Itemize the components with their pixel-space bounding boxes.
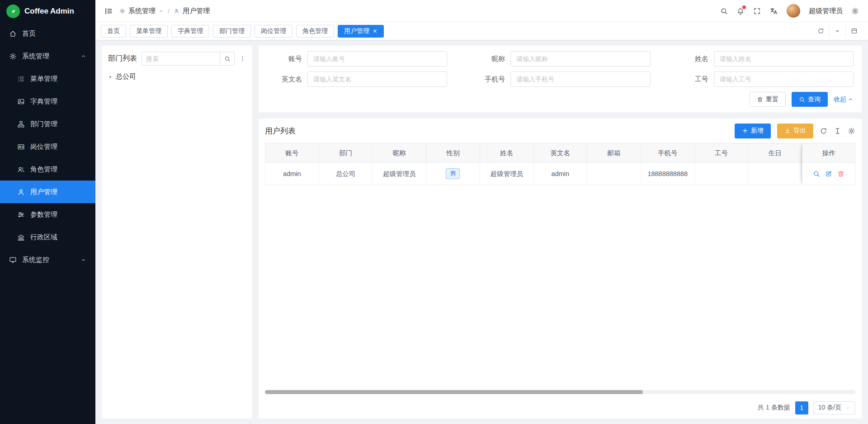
column-header[interactable]: 生日 xyxy=(748,143,802,163)
trash-icon xyxy=(757,96,763,103)
cell-name: 超级管理员 xyxy=(480,163,534,185)
column-header[interactable]: 性别 xyxy=(426,143,480,163)
search-button[interactable]: 查询 xyxy=(792,92,828,107)
column-header[interactable]: 部门 xyxy=(319,143,373,163)
sidebar-item-parameter-management[interactable]: 参数管理 xyxy=(0,203,95,226)
topbar-actions: 超级管理员 xyxy=(720,4,859,18)
page-size-select[interactable]: 10 条/页 xyxy=(813,401,855,414)
view-user-icon[interactable] xyxy=(813,170,820,177)
tab-options-chevron-icon[interactable] xyxy=(829,25,845,38)
delete-user-icon[interactable] xyxy=(837,170,844,177)
notification-bell-icon[interactable] xyxy=(736,7,745,15)
sidebar-item-label: 部门管理 xyxy=(30,120,57,129)
tree-node-head-office[interactable]: 总公司 xyxy=(108,71,246,82)
tab-post-management[interactable]: 岗位管理 xyxy=(255,25,292,38)
app-logo: Coffee Admin xyxy=(0,0,95,22)
tab-label: 用户管理 xyxy=(344,27,369,35)
column-header[interactable]: 英文名 xyxy=(534,143,588,163)
tab-role-management[interactable]: 角色管理 xyxy=(296,25,334,38)
row-height-icon[interactable] xyxy=(834,127,841,135)
column-settings-gear-icon[interactable] xyxy=(848,127,855,135)
export-button-label: 导出 xyxy=(793,127,806,135)
table-header-row: 操作 xyxy=(802,143,855,163)
filter-field-account: 账号 xyxy=(264,51,447,67)
sidebar-item-home[interactable]: 首页 xyxy=(0,22,95,45)
translate-icon[interactable] xyxy=(769,7,778,15)
collapse-sidebar-icon[interactable] xyxy=(104,7,113,15)
collapse-filter-link[interactable]: 收起 xyxy=(834,95,854,104)
export-button[interactable]: 导出 xyxy=(777,124,813,138)
collapse-link-label: 收起 xyxy=(834,95,846,104)
right-column: 账号 昵称 姓名 英文名 xyxy=(259,46,862,419)
nickname-input[interactable] xyxy=(510,51,650,67)
close-icon[interactable] xyxy=(373,29,377,33)
sidebar-item-label: 行政区域 xyxy=(30,233,57,242)
department-search-button[interactable] xyxy=(220,52,235,66)
sidebar-item-system-management[interactable]: 系统管理 xyxy=(0,45,95,67)
chevron-down-icon xyxy=(80,257,86,263)
refresh-table-icon[interactable] xyxy=(820,127,827,135)
column-header[interactable]: 工号 xyxy=(695,143,749,163)
page-button-1[interactable]: 1 xyxy=(795,401,808,414)
user-name[interactable]: 超级管理员 xyxy=(809,7,843,15)
tab-menu-management[interactable]: 菜单管理 xyxy=(130,25,168,38)
sidebar-item-post-management[interactable]: 岗位管理 xyxy=(0,135,95,158)
reset-button[interactable]: 重置 xyxy=(750,92,786,107)
work-id-input[interactable] xyxy=(714,71,854,87)
download-icon xyxy=(784,128,791,134)
refresh-tab-icon[interactable] xyxy=(812,25,829,38)
cell-email xyxy=(587,163,641,185)
cell-department: 总公司 xyxy=(319,163,373,185)
name-input[interactable] xyxy=(714,51,854,67)
english-name-input[interactable] xyxy=(307,71,447,87)
cell-nickname: 超级管理员 xyxy=(373,163,426,185)
tab-department-management[interactable]: 部门管理 xyxy=(213,25,251,38)
caret-right-icon[interactable] xyxy=(108,75,113,79)
column-header[interactable]: 账号 xyxy=(265,143,319,163)
tab-dictionary-management[interactable]: 字典管理 xyxy=(171,25,209,38)
sidebar-item-admin-region[interactable]: 行政区域 xyxy=(0,226,95,248)
cell-account: admin xyxy=(265,163,319,185)
user-table-card: 用户列表 新增 导出 xyxy=(259,119,862,419)
column-header[interactable]: 邮箱 xyxy=(587,143,641,163)
gender-tag: 男 xyxy=(446,168,460,179)
horizontal-scrollbar[interactable] xyxy=(265,390,855,394)
account-input[interactable] xyxy=(307,51,447,67)
sidebar-item-dictionary-management[interactable]: 字典管理 xyxy=(0,90,95,113)
table-scroll-area: 账号 部门 昵称 性别 姓名 英文名 邮箱 手机号 工号 生日 ad xyxy=(265,143,802,185)
department-search-input[interactable] xyxy=(142,52,220,66)
content-fullscreen-icon[interactable] xyxy=(845,25,863,38)
edit-user-icon[interactable] xyxy=(825,170,832,177)
users-icon xyxy=(17,166,25,173)
table-row[interactable]: admin 总公司 超级管理员 男 超级管理员 admin 1888888888… xyxy=(265,163,802,185)
breadcrumb-level1[interactable]: 系统管理 xyxy=(128,7,156,15)
avatar[interactable] xyxy=(787,4,800,18)
fullscreen-icon[interactable] xyxy=(753,7,761,15)
sidebar-item-role-management[interactable]: 角色管理 xyxy=(0,158,95,181)
scrollbar-thumb[interactable] xyxy=(265,390,643,394)
phone-input[interactable] xyxy=(510,71,650,87)
tab-home[interactable]: 首页 xyxy=(101,25,126,38)
search-icon[interactable] xyxy=(720,7,728,15)
column-header[interactable]: 姓名 xyxy=(480,143,534,163)
breadcrumb-separator: / xyxy=(168,7,170,15)
field-label: 账号 xyxy=(264,55,302,63)
sidebar-item-department-management[interactable]: 部门管理 xyxy=(0,113,95,135)
department-search xyxy=(142,52,235,66)
tab-user-management[interactable]: 用户管理 xyxy=(338,25,384,38)
sidebar-item-system-monitor[interactable]: 系统监控 xyxy=(0,248,95,271)
filter-field-english-name: 英文名 xyxy=(264,71,447,87)
column-header[interactable]: 昵称 xyxy=(373,143,426,163)
department-more-icon[interactable] xyxy=(239,55,246,62)
pagination-total: 共 1 条数据 xyxy=(758,404,790,412)
settings-gear-icon[interactable] xyxy=(851,7,859,15)
cell-birthday xyxy=(748,163,802,185)
add-user-button[interactable]: 新增 xyxy=(735,124,771,138)
filter-field-work-id: 工号 xyxy=(670,71,854,87)
sidebar-item-user-management[interactable]: 用户管理 xyxy=(0,181,95,203)
department-panel-title: 部门列表 xyxy=(108,54,137,63)
column-header[interactable]: 手机号 xyxy=(641,143,695,163)
user-icon xyxy=(17,188,25,196)
add-button-label: 新增 xyxy=(751,127,764,135)
sidebar-item-menu-management[interactable]: 菜单管理 xyxy=(0,67,95,90)
